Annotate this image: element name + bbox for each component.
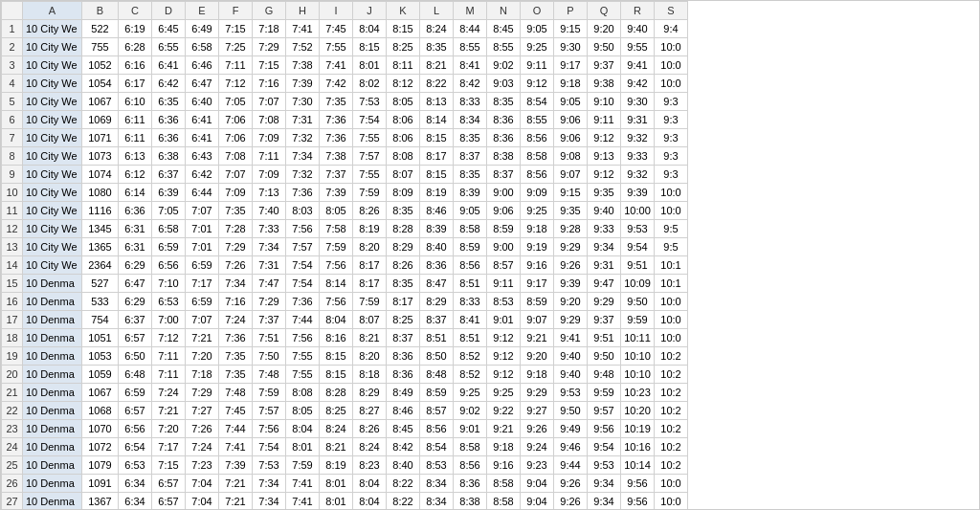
time-cell: 10:10 xyxy=(621,366,655,384)
time-cell: 7:15 xyxy=(152,456,186,475)
time-cell: 7:56 xyxy=(253,420,286,438)
time-cell: 7:31 xyxy=(286,111,320,129)
time-cell: 6:47 xyxy=(119,275,152,293)
time-cell: 8:21 xyxy=(420,56,454,75)
time-cell: 9:29 xyxy=(588,293,621,311)
time-cell: 8:35 xyxy=(454,129,487,147)
time-cell: 7:16 xyxy=(253,75,286,93)
time-cell: 7:05 xyxy=(152,202,186,220)
time-cell: 10:20 xyxy=(621,402,655,420)
time-cell: 9:16 xyxy=(521,256,554,275)
time-cell: 7:29 xyxy=(253,293,286,311)
time-cell: 7:56 xyxy=(286,329,320,347)
time-cell: 9:50 xyxy=(588,347,621,366)
time-cell: 9:10 xyxy=(588,93,621,111)
time-cell: 8:05 xyxy=(320,202,353,220)
time-cell: 10:0 xyxy=(655,293,688,311)
time-cell: 8:42 xyxy=(454,75,487,93)
time-cell: 7:00 xyxy=(152,311,186,329)
time-cell: 7:15 xyxy=(219,20,253,38)
time-cell: 9:25 xyxy=(521,38,554,56)
time-cell: 6:53 xyxy=(152,293,186,311)
time-cell: 9:40 xyxy=(588,202,621,220)
time-cell: 755 xyxy=(82,38,119,56)
time-cell: 9:26 xyxy=(554,493,588,511)
time-cell: 7:15 xyxy=(253,56,286,75)
col-header-L: L xyxy=(420,2,454,20)
time-cell: 7:18 xyxy=(253,20,286,38)
time-cell: 9:54 xyxy=(621,238,655,256)
table-row: 2210 Denma10686:577:217:277:457:578:058:… xyxy=(2,402,688,420)
time-cell: 7:35 xyxy=(219,366,253,384)
time-cell: 10:23 xyxy=(621,384,655,402)
time-cell: 8:58 xyxy=(454,220,487,238)
time-cell: 8:41 xyxy=(454,56,487,75)
time-cell: 7:44 xyxy=(286,311,320,329)
time-cell: 7:36 xyxy=(219,329,253,347)
time-cell: 6:12 xyxy=(119,166,152,184)
time-cell: 7:29 xyxy=(219,238,253,256)
time-cell: 8:34 xyxy=(454,111,487,129)
time-cell: 8:56 xyxy=(454,256,487,275)
time-cell: 9:03 xyxy=(487,75,521,93)
time-cell: 10:11 xyxy=(621,329,655,347)
corner-header xyxy=(2,2,23,20)
time-cell: 8:40 xyxy=(420,238,454,256)
table-row: 610 City We10696:116:366:417:067:087:317… xyxy=(2,111,688,129)
time-cell: 8:46 xyxy=(420,202,454,220)
city-name-cell: 10 City We xyxy=(23,20,82,38)
row-number: 1 xyxy=(2,20,23,38)
time-cell: 7:39 xyxy=(320,184,353,202)
time-cell: 9:01 xyxy=(487,311,521,329)
time-cell: 8:56 xyxy=(454,456,487,475)
time-cell: 8:51 xyxy=(454,329,487,347)
time-cell: 6:43 xyxy=(186,147,219,166)
table-row: 910 City We10746:126:376:427:077:097:327… xyxy=(2,166,688,184)
col-header-N: N xyxy=(487,2,521,20)
city-name-cell: 10 Denma xyxy=(23,275,82,293)
table-row: 2610 Denma10916:346:577:047:217:347:418:… xyxy=(2,475,688,493)
time-cell: 6:34 xyxy=(119,475,152,493)
time-cell: 7:48 xyxy=(253,366,286,384)
time-cell: 7:41 xyxy=(286,20,320,38)
time-cell: 9:18 xyxy=(521,220,554,238)
time-cell: 9:35 xyxy=(588,184,621,202)
time-cell: 7:32 xyxy=(286,129,320,147)
table-row: 510 City We10676:106:356:407:057:077:307… xyxy=(2,93,688,111)
time-cell: 9:3 xyxy=(655,129,688,147)
time-cell: 6:13 xyxy=(119,147,152,166)
time-cell: 6:41 xyxy=(186,111,219,129)
time-cell: 8:39 xyxy=(420,220,454,238)
time-cell: 9:50 xyxy=(621,293,655,311)
table-row: 1710 Denma7546:377:007:077:247:377:448:0… xyxy=(2,311,688,329)
time-cell: 9:57 xyxy=(588,402,621,420)
time-cell: 9:34 xyxy=(588,493,621,511)
time-cell: 7:55 xyxy=(353,129,387,147)
time-cell: 6:11 xyxy=(119,129,152,147)
time-cell: 8:44 xyxy=(454,20,487,38)
row-number: 24 xyxy=(2,438,23,456)
time-cell: 8:19 xyxy=(320,456,353,475)
time-cell: 6:59 xyxy=(186,256,219,275)
table-row: 2510 Denma10796:537:157:237:397:537:598:… xyxy=(2,456,688,475)
time-cell: 7:39 xyxy=(219,456,253,475)
time-cell: 1070 xyxy=(82,420,119,438)
time-cell: 8:57 xyxy=(487,256,521,275)
time-cell: 7:13 xyxy=(253,184,286,202)
table-row: 1510 Denma5276:477:107:177:347:477:548:1… xyxy=(2,275,688,293)
time-cell: 6:57 xyxy=(152,493,186,511)
time-cell: 9:07 xyxy=(554,166,588,184)
time-cell: 9:05 xyxy=(454,202,487,220)
time-cell: 8:58 xyxy=(521,147,554,166)
time-cell: 6:35 xyxy=(152,93,186,111)
time-cell: 9:29 xyxy=(554,238,588,256)
time-cell: 7:24 xyxy=(219,311,253,329)
time-cell: 7:54 xyxy=(353,111,387,129)
time-cell: 527 xyxy=(82,275,119,293)
table-row: 1310 City We13656:316:597:017:297:347:57… xyxy=(2,238,688,256)
time-cell: 7:47 xyxy=(253,275,286,293)
time-cell: 7:55 xyxy=(286,347,320,366)
table-row: 310 City We10526:166:416:467:117:157:387… xyxy=(2,56,688,75)
time-cell: 8:21 xyxy=(320,438,353,456)
col-header-B: B xyxy=(82,2,119,20)
